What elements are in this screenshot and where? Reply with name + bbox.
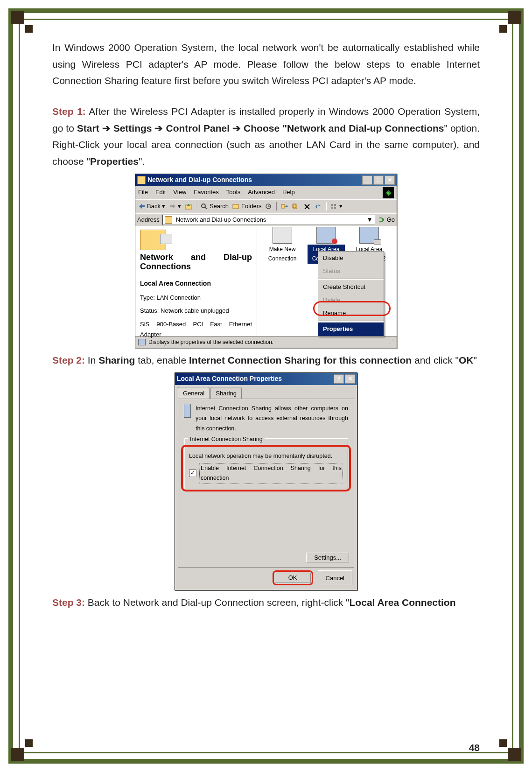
- svg-rect-7: [281, 204, 285, 208]
- up-folder-icon: [185, 203, 192, 210]
- corner-box: [11, 11, 24, 24]
- step-2-text3: and click ": [412, 355, 459, 365]
- network-small-icon: [138, 339, 146, 345]
- menu-file[interactable]: File: [138, 187, 148, 198]
- ctx-disable[interactable]: Disable: [318, 252, 384, 265]
- svg-rect-0: [141, 205, 145, 207]
- menu-favorites[interactable]: Favorites: [194, 187, 218, 198]
- step-2-text2: tab, enable: [135, 355, 189, 365]
- back-label: Back: [147, 201, 161, 211]
- dropdown-arrow-icon[interactable]: ▼: [367, 215, 373, 225]
- menu-view[interactable]: View: [173, 187, 186, 198]
- back-button[interactable]: Back ▾: [138, 201, 165, 211]
- make-new-connection-item[interactable]: Make New Connection: [264, 227, 301, 264]
- context-menu: Disable Status Create Shortcut Delete Re…: [318, 251, 384, 337]
- path-start: Start: [77, 123, 99, 133]
- search-label: Search: [210, 201, 229, 211]
- dialog-title: Local Area Connection Properties: [177, 373, 282, 385]
- step-1-label: Step 1:: [52, 106, 86, 117]
- history-icon: [265, 203, 273, 210]
- svg-line-4: [205, 207, 207, 209]
- maximize-button[interactable]: □: [373, 175, 384, 185]
- address-value: Network and Dial-up Connections: [176, 215, 266, 225]
- folders-button[interactable]: Folders: [232, 201, 261, 211]
- arrow-icon: ➔: [154, 123, 163, 133]
- ctx-create-shortcut[interactable]: Create Shortcut: [318, 281, 384, 294]
- delete-icon[interactable]: [303, 203, 311, 210]
- minimize-button[interactable]: _: [362, 175, 372, 185]
- search-button[interactable]: Search: [201, 201, 229, 211]
- ctx-separator: [318, 279, 384, 280]
- explorer-icon-area[interactable]: Make New Connection Local Area Connectio…: [257, 226, 397, 336]
- highlight-ok-annotation: OK: [273, 570, 313, 585]
- highlight-properties-annotation: [313, 301, 391, 316]
- address-bar: Address Network and Dial-up Connections …: [135, 213, 397, 226]
- properties-titlebar[interactable]: Local Area Connection Properties ? ✕: [175, 373, 357, 385]
- status-text: Displays the properties of the selected …: [148, 337, 273, 347]
- cancel-button[interactable]: Cancel: [318, 570, 352, 585]
- go-button[interactable]: Go: [378, 215, 395, 225]
- history-button[interactable]: [265, 203, 273, 210]
- tab-sharing[interactable]: Sharing: [210, 387, 242, 399]
- menubar: File Edit View Favorites Tools Advanced …: [135, 186, 397, 199]
- ctx-separator: [318, 321, 384, 322]
- step-2-paragraph: Step 2: In Sharing tab, enable Internet …: [52, 352, 480, 369]
- folder-icon: [137, 176, 146, 184]
- ok-word: OK: [459, 355, 474, 365]
- move-to-icon[interactable]: [281, 203, 288, 210]
- lac-phrase: Local Area Connection: [350, 597, 456, 608]
- svg-point-3: [202, 204, 205, 208]
- sharing-word: Sharing: [98, 355, 135, 365]
- properties-dialog: Local Area Connection Properties ? ✕ Gen…: [175, 372, 357, 590]
- explorer-titlebar[interactable]: Network and Dial-up Connections _ □ ✕: [135, 174, 397, 186]
- menu-help[interactable]: Help: [282, 187, 295, 198]
- throbber-icon: ◈: [383, 187, 394, 198]
- toolbar-separator: [326, 202, 327, 211]
- sharing-description-text: Internet Connection Sharing allows other…: [196, 404, 348, 434]
- step-3-paragraph: Step 3: Back to Network and Dial-up Conn…: [52, 594, 480, 611]
- close-button[interactable]: ✕: [345, 374, 355, 384]
- ics-phrase: Internet Connection Sharing for this con…: [189, 355, 412, 365]
- ok-button[interactable]: OK: [275, 573, 311, 583]
- menu-edit[interactable]: Edit: [155, 187, 166, 198]
- status-line: Status: Network cable unplugged: [140, 306, 252, 316]
- close-button[interactable]: ✕: [385, 175, 395, 185]
- window-title: Network and Dial-up Connections: [147, 175, 252, 186]
- page-content: In Windows 2000 Operation System, the lo…: [52, 39, 480, 739]
- svg-rect-13: [334, 207, 336, 209]
- toolbar: Back ▾ ▾ Search Folders: [135, 199, 397, 213]
- step-2-text: In: [85, 355, 98, 365]
- views-icon: [330, 203, 338, 210]
- tab-strip: General Sharing: [175, 385, 357, 399]
- make-new-connection-icon: [273, 227, 292, 244]
- explorer-body: Network and Dial-up Connections Local Ar…: [135, 226, 397, 336]
- forward-button[interactable]: ▾: [169, 201, 181, 211]
- corner-box-inner: [499, 25, 507, 33]
- tab-body: Internet Connection Sharing allows other…: [178, 399, 354, 568]
- folder-large-icon: [140, 230, 166, 250]
- tab-general[interactable]: General: [178, 387, 210, 399]
- address-input[interactable]: Network and Dial-up Connections ▼: [162, 215, 375, 225]
- copy-to-icon[interactable]: [292, 203, 300, 210]
- path-control-panel: Control Panel: [166, 123, 230, 133]
- menu-advanced[interactable]: Advanced: [248, 187, 275, 198]
- network-share-icon: [184, 404, 191, 418]
- views-button[interactable]: ▾: [330, 201, 343, 211]
- step-3-label: Step 3:: [52, 597, 85, 608]
- dialog-button-row: OK Cancel: [175, 570, 357, 590]
- groupbox-title: Internet Connection Sharing: [188, 435, 265, 444]
- ctx-properties[interactable]: Properties: [318, 323, 384, 336]
- corner-box-inner: [25, 25, 33, 33]
- forward-arrow-icon: [169, 203, 176, 210]
- help-button[interactable]: ?: [334, 374, 344, 384]
- menu-tools[interactable]: Tools: [226, 187, 240, 198]
- up-button[interactable]: [185, 203, 192, 210]
- settings-button[interactable]: Settings...: [306, 553, 349, 562]
- undo-icon[interactable]: [315, 203, 322, 210]
- folders-icon: [232, 203, 240, 210]
- step-1-paragraph: Step 1: After the Wireless PCI Adapter i…: [52, 103, 480, 170]
- back-arrow-icon: [138, 203, 146, 210]
- step-2-text4: ": [474, 355, 477, 365]
- resize-grip-icon[interactable]: ⋰: [389, 338, 394, 347]
- step-2-label: Step 2:: [52, 355, 85, 365]
